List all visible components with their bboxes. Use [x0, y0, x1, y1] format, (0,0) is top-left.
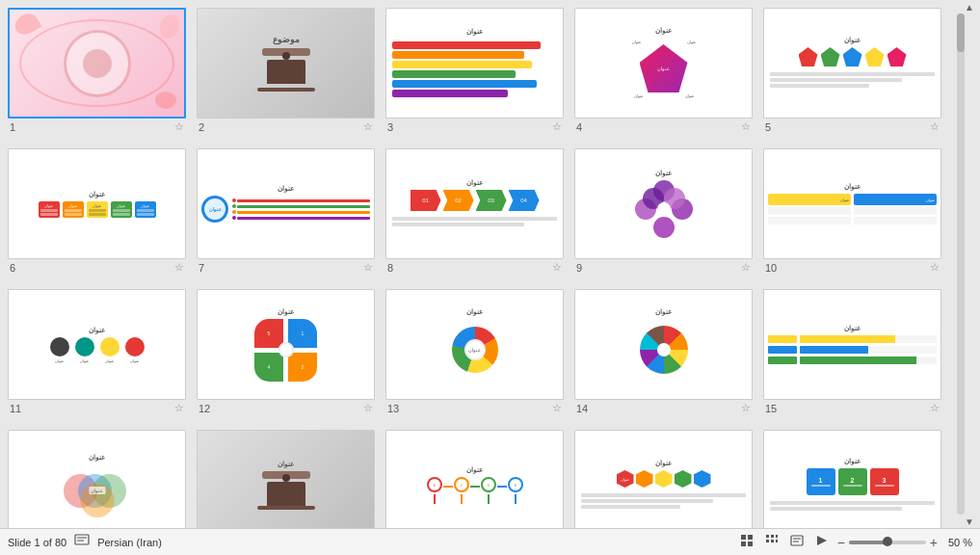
- notes-icon[interactable]: [74, 534, 90, 550]
- slide-item[interactable]: موضوع 2 ☆: [197, 8, 380, 143]
- slide-star: ☆: [174, 261, 184, 274]
- slide-footer: 14 ☆: [574, 402, 753, 414]
- slide-footer: 10 ☆: [763, 261, 941, 274]
- slide-footer: 12 ☆: [197, 402, 375, 414]
- svg-rect-5: [741, 542, 746, 546]
- slide-thumbnail: عنوان 5 1 4 2: [197, 289, 375, 400]
- zoom-in-button[interactable]: +: [930, 535, 938, 550]
- zoom-slider-thumb[interactable]: [883, 537, 892, 546]
- scrollbar-thumb[interactable]: [957, 13, 965, 52]
- slide-footer: 13 ☆: [385, 402, 564, 414]
- slide-star: ☆: [741, 120, 751, 133]
- slide-star: ☆: [930, 120, 940, 133]
- svg-rect-13: [791, 536, 803, 545]
- slide-item[interactable]: عنوان 17 ☆: [197, 430, 380, 528]
- slide-item[interactable]: عنوان 1 2 3: [385, 430, 569, 528]
- language-label: Persian (Iran): [97, 537, 162, 548]
- slide-thumbnail: عنوان 1 2 3: [385, 430, 564, 528]
- slide-footer: 15 ☆: [763, 402, 941, 414]
- slide-item[interactable]: 1 ☆: [8, 8, 191, 143]
- slide-number: 11: [10, 403, 21, 414]
- slides-grid: 1 ☆ موضوع 2 ☆ عنوان: [8, 8, 961, 528]
- slide-thumbnail: عنوان: [385, 8, 564, 119]
- slide-thumbnail: عنوان: [574, 289, 753, 400]
- svg-marker-16: [817, 536, 827, 545]
- slide-number: 6: [10, 262, 15, 274]
- slide-item[interactable]: عنوان 5 ☆: [763, 8, 946, 143]
- slide-item[interactable]: عنوان 14 ☆: [574, 289, 757, 424]
- slide-star: ☆: [741, 402, 751, 414]
- slide-item[interactable]: عنوان عنوان عنوان 10 ☆: [763, 148, 946, 283]
- slide-thumbnail: عنوان عنوان عنوان عنوان: [8, 289, 186, 400]
- zoom-controls: − + 50 %: [837, 535, 972, 550]
- slide-number: 9: [576, 262, 582, 274]
- slide-number: 2: [199, 121, 204, 133]
- svg-rect-11: [771, 540, 774, 542]
- slide-thumbnail: عنوان 01 02 03 04: [385, 148, 564, 259]
- slide-thumbnail: عنوان: [574, 148, 753, 259]
- scroll-up-button[interactable]: ▲: [963, 0, 976, 13]
- slide-thumbnail: عنوان: [763, 289, 941, 400]
- slide-footer: 4 ☆: [574, 120, 753, 133]
- slide-number: 8: [387, 262, 393, 274]
- slide-star: ☆: [930, 261, 940, 274]
- status-bar: Slide 1 of 80 Persian (Iran) − + 50 %: [0, 528, 980, 555]
- slide-item[interactable]: عنوان عنوان عنوان عنوان عنوان عنوان 4 ☆: [574, 8, 757, 143]
- slides-panel: ▲ 1 ☆ موضوع: [0, 0, 980, 528]
- slide-item[interactable]: عنوان عنوان 16 ☆: [8, 430, 191, 528]
- normal-view-button[interactable]: [737, 532, 756, 552]
- vertical-scrollbar[interactable]: [957, 13, 965, 515]
- slide-number: 13: [387, 403, 399, 414]
- slide-number: 15: [765, 403, 777, 414]
- slide-item[interactable]: عنوان 5 1 4 2 12 ☆: [197, 289, 380, 424]
- svg-rect-7: [766, 535, 769, 538]
- zoom-slider[interactable]: [849, 541, 926, 544]
- slide-item[interactable]: عنوان 01 02 03 04 8 ☆: [385, 148, 569, 283]
- svg-rect-9: [776, 535, 778, 538]
- slide-footer: 6 ☆: [8, 261, 186, 274]
- slide-star: ☆: [363, 402, 373, 414]
- zoom-slider-fill: [849, 541, 887, 544]
- slide-footer: 7 ☆: [197, 261, 375, 274]
- slide-thumbnail: [8, 8, 186, 119]
- slide-item[interactable]: عنوان 3 ☆: [385, 8, 569, 143]
- slide-thumbnail: عنوان 1 2 3: [763, 430, 941, 528]
- zoom-out-button[interactable]: −: [837, 535, 845, 550]
- slide-thumbnail: عنوان عنوان عنوان عنوان: [8, 148, 186, 259]
- slide-item[interactable]: عنوان عنوان: [574, 430, 757, 528]
- svg-rect-4: [748, 535, 753, 540]
- slide-item[interactable]: عنوان عنوان 13 ☆: [385, 289, 569, 424]
- slide-number: 14: [576, 403, 588, 414]
- svg-rect-0: [75, 535, 89, 544]
- slide-footer: 5 ☆: [763, 120, 941, 133]
- slide-number: 10: [765, 262, 777, 274]
- slide-item[interactable]: عنوان: [763, 289, 946, 424]
- slideshow-button[interactable]: [812, 532, 832, 552]
- slide-number: 4: [576, 121, 582, 133]
- slide-star: ☆: [363, 261, 373, 274]
- slide-thumbnail: عنوان عنوان: [574, 430, 753, 528]
- slide-item[interactable]: عنوان 9 ☆: [574, 148, 757, 283]
- slide-item[interactable]: عنوان 1 2 3: [763, 430, 946, 528]
- slide-thumbnail: عنوان عنوان عنوان عنوان عنوان عنوان: [574, 8, 753, 119]
- slide-item[interactable]: عنوان عنوان: [197, 148, 380, 283]
- slide-footer: 11 ☆: [8, 402, 186, 414]
- svg-rect-12: [776, 540, 778, 542]
- slide-star: ☆: [552, 402, 562, 414]
- slide-number: 5: [765, 121, 771, 133]
- slide-thumbnail: موضوع: [197, 8, 375, 119]
- slide-number: 12: [199, 403, 210, 414]
- slide-item[interactable]: عنوان عنوان عنوان عنوان: [8, 148, 191, 283]
- slide-footer: 2 ☆: [197, 120, 375, 133]
- slide-footer: 1 ☆: [8, 120, 186, 133]
- slide-item[interactable]: عنوان عنوان عنوان عنوان: [8, 289, 191, 424]
- slide-number: 3: [387, 121, 393, 133]
- slide-sorter-button[interactable]: [762, 532, 781, 552]
- status-right: − + 50 %: [737, 532, 972, 552]
- slide-star: ☆: [552, 120, 562, 133]
- svg-rect-6: [748, 542, 753, 546]
- slide-number: 7: [199, 262, 204, 274]
- slide-star: ☆: [741, 261, 751, 274]
- reading-view-button[interactable]: [787, 532, 807, 552]
- scroll-down-button[interactable]: ▼: [963, 515, 976, 528]
